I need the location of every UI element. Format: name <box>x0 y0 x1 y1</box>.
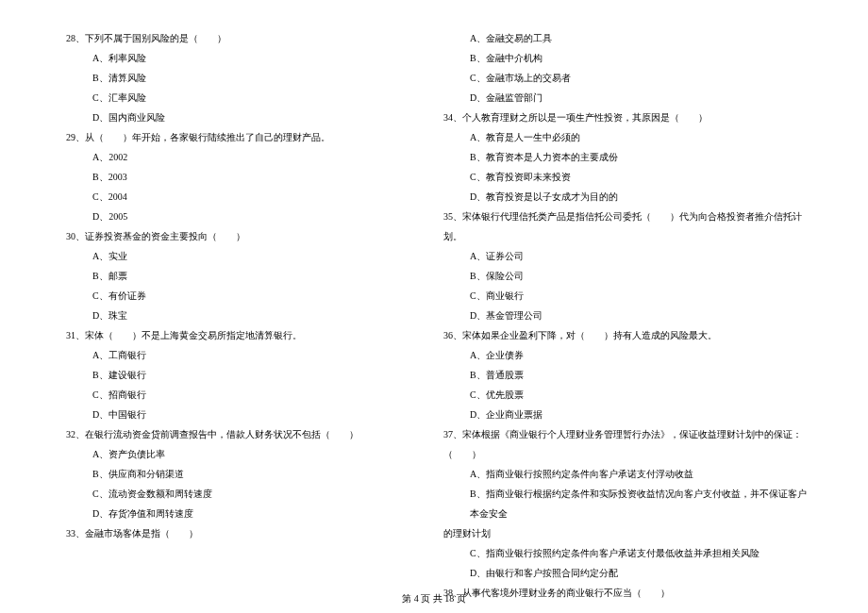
option-a: A、2002 <box>66 147 387 167</box>
option-b: B、金融中介机构 <box>443 48 811 68</box>
option-c: C、2004 <box>66 187 387 207</box>
option-c: C、商业银行 <box>443 286 811 306</box>
page-container: 28、下列不属于国别风险的是（ ） A、利率风险 B、清算风险 C、汇率风险 D… <box>0 0 868 613</box>
question-text: 31、宋体（ ）不是上海黄金交易所指定地清算银行。 <box>66 325 387 345</box>
option-d: D、中国银行 <box>66 405 387 424</box>
option-c: C、招商银行 <box>66 385 387 405</box>
option-b: B、供应商和分销渠道 <box>66 464 387 484</box>
question-33: 33、金融市场客体是指（ ） <box>66 523 387 543</box>
question-28: 28、下列不属于国别风险的是（ ） A、利率风险 B、清算风险 C、汇率风险 D… <box>66 28 387 127</box>
question-31: 31、宋体（ ）不是上海黄金交易所指定地清算银行。 A、工商银行 B、建设银行 … <box>66 325 387 424</box>
option-a: A、工商银行 <box>66 345 387 365</box>
option-b: B、清算风险 <box>66 68 387 88</box>
option-b: B、2003 <box>66 167 387 187</box>
question-text: 30、证券投资基金的资金主要投向（ ） <box>66 226 387 246</box>
option-a: A、金融交易的工具 <box>443 28 811 48</box>
option-c: C、优先股票 <box>443 385 811 405</box>
option-a: A、指商业银行按照约定条件向客户承诺支付浮动收益 <box>443 464 811 484</box>
question-text: 37、宋体根据《商业银行个人理财业务管理暂行办法》，保证收益理财计划中的保证：（… <box>443 424 811 464</box>
question-37: 37、宋体根据《商业银行个人理财业务管理暂行办法》，保证收益理财计划中的保证：（… <box>443 424 811 583</box>
option-d: D、珠宝 <box>66 306 387 325</box>
option-b: B、建设银行 <box>66 365 387 385</box>
option-c: C、教育投资即未来投资 <box>443 167 811 187</box>
question-text: 29、从（ ）年开始，各家银行陆续推出了自己的理财产品。 <box>66 127 387 147</box>
left-column: 28、下列不属于国别风险的是（ ） A、利率风险 B、清算风险 C、汇率风险 D… <box>66 28 387 603</box>
question-34: 34、个人教育理财之所以是一项生产性投资，其原因是（ ） A、教育是人一生中必须… <box>443 108 811 207</box>
question-text: 34、个人教育理财之所以是一项生产性投资，其原因是（ ） <box>443 108 811 127</box>
question-text: 36、宋体如果企业盈利下降，对（ ）持有人造成的风险最大。 <box>443 325 811 345</box>
option-d: D、金融监管部门 <box>443 88 811 108</box>
option-b: B、普通股票 <box>443 365 811 385</box>
option-d: D、企业商业票据 <box>443 405 811 424</box>
option-d: D、基金管理公司 <box>443 306 811 325</box>
option-b: B、保险公司 <box>443 266 811 286</box>
option-d: D、教育投资是以子女成才为目的的 <box>443 187 811 207</box>
option-b: B、教育资本是人力资本的主要成份 <box>443 147 811 167</box>
question-text: 35、宋体银行代理信托类产品是指信托公司委托（ ）代为向合格投资者推介信托计划。 <box>443 207 811 246</box>
option-b: B、邮票 <box>66 266 387 286</box>
option-c: C、有价证券 <box>66 286 387 306</box>
option-b: B、指商业银行根据约定条件和实际投资收益情况向客户支付收益，并不保证客户本金安全 <box>443 484 811 523</box>
option-a: A、证券公司 <box>443 246 811 266</box>
question-29: 29、从（ ）年开始，各家银行陆续推出了自己的理财产品。 A、2002 B、20… <box>66 127 387 226</box>
option-d: D、存货净值和周转速度 <box>66 504 387 523</box>
question-text: 33、金融市场客体是指（ ） <box>66 523 387 543</box>
option-a: A、资产负债比率 <box>66 444 387 464</box>
question-33-options: A、金融交易的工具 B、金融中介机构 C、金融市场上的交易者 D、金融监管部门 <box>443 28 811 108</box>
option-a: A、企业债券 <box>443 345 811 365</box>
question-32: 32、在银行流动资金贷前调查报告中，借款人财务状况不包括（ ） A、资产负债比率… <box>66 424 387 523</box>
option-c: C、指商业银行按照约定条件向客户承诺支付最低收益并承担相关风险 <box>443 543 811 563</box>
question-text: 32、在银行流动资金贷前调查报告中，借款人财务状况不包括（ ） <box>66 424 387 444</box>
option-d: D、国内商业风险 <box>66 108 387 127</box>
option-c: C、流动资金数额和周转速度 <box>66 484 387 504</box>
option-b-continuation: 的理财计划 <box>443 523 811 543</box>
question-30: 30、证券投资基金的资金主要投向（ ） A、实业 B、邮票 C、有价证券 D、珠… <box>66 226 387 325</box>
option-c: C、汇率风险 <box>66 88 387 108</box>
right-column: A、金融交易的工具 B、金融中介机构 C、金融市场上的交易者 D、金融监管部门 … <box>443 28 811 603</box>
option-a: A、实业 <box>66 246 387 266</box>
page-footer: 第 4 页 共 18 页 <box>0 592 868 605</box>
option-a: A、利率风险 <box>66 48 387 68</box>
option-c: C、金融市场上的交易者 <box>443 68 811 88</box>
question-36: 36、宋体如果企业盈利下降，对（ ）持有人造成的风险最大。 A、企业债券 B、普… <box>443 325 811 424</box>
question-text: 28、下列不属于国别风险的是（ ） <box>66 28 387 48</box>
option-a: A、教育是人一生中必须的 <box>443 127 811 147</box>
option-d: D、由银行和客户按照合同约定分配 <box>443 563 811 583</box>
option-d: D、2005 <box>66 207 387 226</box>
question-35: 35、宋体银行代理信托类产品是指信托公司委托（ ）代为向合格投资者推介信托计划。… <box>443 207 811 325</box>
